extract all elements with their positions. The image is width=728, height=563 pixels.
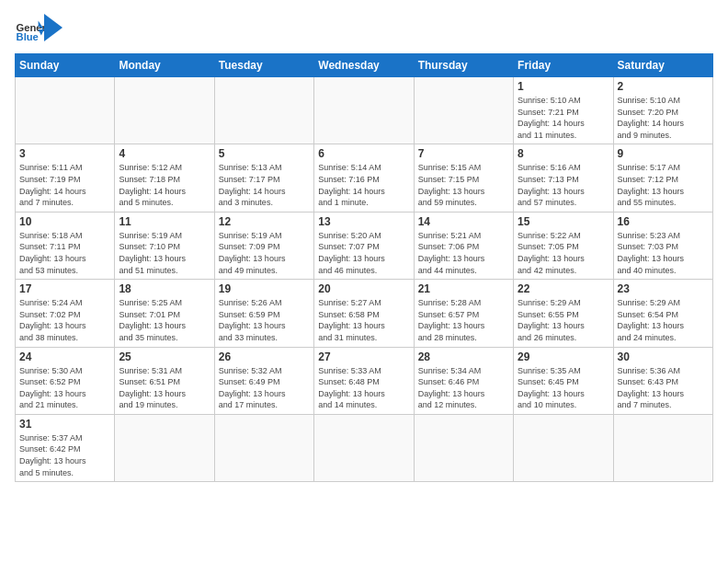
logo-icon: General Blue	[15, 15, 44, 44]
calendar-cell	[314, 414, 414, 481]
day-number: 16	[618, 215, 709, 228]
day-info: Sunrise: 5:28 AM Sunset: 6:57 PM Dayligh…	[418, 297, 509, 343]
calendar-cell: 11Sunrise: 5:19 AM Sunset: 7:10 PM Dayli…	[115, 212, 214, 279]
day-number: 5	[219, 147, 310, 160]
day-number: 1	[518, 80, 609, 93]
day-info: Sunrise: 5:20 AM Sunset: 7:07 PM Dayligh…	[318, 230, 409, 276]
calendar-cell	[115, 77, 214, 144]
day-info: Sunrise: 5:25 AM Sunset: 7:01 PM Dayligh…	[119, 297, 210, 343]
calendar-cell	[214, 414, 313, 481]
calendar-cell: 20Sunrise: 5:27 AM Sunset: 6:58 PM Dayli…	[314, 280, 414, 347]
weekday-header-tuesday: Tuesday	[214, 54, 313, 77]
calendar-cell: 23Sunrise: 5:29 AM Sunset: 6:54 PM Dayli…	[613, 280, 712, 347]
weekday-header-friday: Friday	[514, 54, 613, 77]
calendar-cell: 27Sunrise: 5:33 AM Sunset: 6:48 PM Dayli…	[314, 347, 414, 414]
day-info: Sunrise: 5:12 AM Sunset: 7:18 PM Dayligh…	[119, 162, 210, 208]
day-info: Sunrise: 5:13 AM Sunset: 7:17 PM Dayligh…	[219, 162, 310, 208]
calendar-cell	[16, 77, 115, 144]
day-number: 17	[19, 282, 110, 295]
day-info: Sunrise: 5:33 AM Sunset: 6:48 PM Dayligh…	[318, 365, 409, 411]
calendar-body: 1Sunrise: 5:10 AM Sunset: 7:21 PM Daylig…	[16, 77, 713, 482]
calendar-cell: 25Sunrise: 5:31 AM Sunset: 6:51 PM Dayli…	[115, 347, 214, 414]
day-number: 3	[19, 147, 110, 160]
day-info: Sunrise: 5:23 AM Sunset: 7:03 PM Dayligh…	[618, 230, 709, 276]
day-info: Sunrise: 5:34 AM Sunset: 6:46 PM Dayligh…	[418, 365, 509, 411]
calendar-cell	[414, 77, 513, 144]
calendar-cell: 7Sunrise: 5:15 AM Sunset: 7:15 PM Daylig…	[414, 144, 513, 212]
calendar-cell: 18Sunrise: 5:25 AM Sunset: 7:01 PM Dayli…	[115, 280, 214, 347]
day-number: 14	[418, 215, 509, 228]
day-number: 12	[219, 215, 310, 228]
calendar-cell: 29Sunrise: 5:35 AM Sunset: 6:45 PM Dayli…	[514, 347, 613, 414]
weekday-header-sunday: Sunday	[16, 54, 115, 77]
day-info: Sunrise: 5:21 AM Sunset: 7:06 PM Dayligh…	[418, 230, 509, 276]
day-info: Sunrise: 5:36 AM Sunset: 6:43 PM Dayligh…	[618, 365, 709, 411]
day-number: 27	[318, 350, 409, 363]
calendar-cell: 31Sunrise: 5:37 AM Sunset: 6:42 PM Dayli…	[16, 414, 115, 481]
calendar-cell: 5Sunrise: 5:13 AM Sunset: 7:17 PM Daylig…	[214, 144, 313, 212]
weekday-header-saturday: Saturday	[613, 54, 712, 77]
day-info: Sunrise: 5:10 AM Sunset: 7:20 PM Dayligh…	[618, 95, 709, 141]
calendar-cell: 14Sunrise: 5:21 AM Sunset: 7:06 PM Dayli…	[414, 212, 513, 279]
day-info: Sunrise: 5:31 AM Sunset: 6:51 PM Dayligh…	[119, 365, 210, 411]
day-number: 23	[618, 282, 709, 295]
logo-arrow-icon	[44, 14, 63, 41]
day-number: 19	[219, 282, 310, 295]
calendar-cell: 22Sunrise: 5:29 AM Sunset: 6:55 PM Dayli…	[514, 280, 613, 347]
day-info: Sunrise: 5:18 AM Sunset: 7:11 PM Dayligh…	[19, 230, 110, 276]
day-info: Sunrise: 5:17 AM Sunset: 7:12 PM Dayligh…	[618, 162, 709, 208]
day-number: 29	[518, 350, 609, 363]
day-info: Sunrise: 5:27 AM Sunset: 6:58 PM Dayligh…	[318, 297, 409, 343]
calendar-cell: 2Sunrise: 5:10 AM Sunset: 7:20 PM Daylig…	[613, 77, 712, 144]
day-info: Sunrise: 5:37 AM Sunset: 6:42 PM Dayligh…	[19, 432, 110, 478]
calendar-cell: 30Sunrise: 5:36 AM Sunset: 6:43 PM Dayli…	[613, 347, 712, 414]
day-number: 31	[19, 418, 110, 431]
logo: General Blue	[15, 15, 63, 44]
day-info: Sunrise: 5:15 AM Sunset: 7:15 PM Dayligh…	[418, 162, 509, 208]
day-number: 7	[418, 147, 509, 160]
weekday-header-thursday: Thursday	[414, 54, 513, 77]
day-number: 2	[618, 80, 709, 93]
day-info: Sunrise: 5:11 AM Sunset: 7:19 PM Dayligh…	[19, 162, 110, 208]
weekday-header-wednesday: Wednesday	[314, 54, 414, 77]
calendar-cell: 13Sunrise: 5:20 AM Sunset: 7:07 PM Dayli…	[314, 212, 414, 279]
day-number: 30	[618, 350, 709, 363]
calendar-cell	[314, 77, 414, 144]
calendar-header: SundayMondayTuesdayWednesdayThursdayFrid…	[16, 54, 713, 77]
day-number: 22	[518, 282, 609, 295]
calendar-cell: 21Sunrise: 5:28 AM Sunset: 6:57 PM Dayli…	[414, 280, 513, 347]
calendar-cell: 1Sunrise: 5:10 AM Sunset: 7:21 PM Daylig…	[514, 77, 613, 144]
day-number: 11	[119, 215, 210, 228]
calendar-cell: 8Sunrise: 5:16 AM Sunset: 7:13 PM Daylig…	[514, 144, 613, 212]
day-info: Sunrise: 5:35 AM Sunset: 6:45 PM Dayligh…	[518, 365, 609, 411]
calendar-cell: 6Sunrise: 5:14 AM Sunset: 7:16 PM Daylig…	[314, 144, 414, 212]
day-number: 6	[318, 147, 409, 160]
day-info: Sunrise: 5:29 AM Sunset: 6:54 PM Dayligh…	[618, 297, 709, 343]
day-info: Sunrise: 5:19 AM Sunset: 7:10 PM Dayligh…	[119, 230, 210, 276]
weekday-header-monday: Monday	[115, 54, 214, 77]
day-info: Sunrise: 5:14 AM Sunset: 7:16 PM Dayligh…	[318, 162, 409, 208]
day-info: Sunrise: 5:32 AM Sunset: 6:49 PM Dayligh…	[219, 365, 310, 411]
day-number: 8	[518, 147, 609, 160]
calendar-cell: 19Sunrise: 5:26 AM Sunset: 6:59 PM Dayli…	[214, 280, 313, 347]
day-number: 28	[418, 350, 509, 363]
calendar-cell: 16Sunrise: 5:23 AM Sunset: 7:03 PM Dayli…	[613, 212, 712, 279]
svg-marker-4	[44, 14, 63, 41]
calendar-cell: 12Sunrise: 5:19 AM Sunset: 7:09 PM Dayli…	[214, 212, 313, 279]
day-number: 25	[119, 350, 210, 363]
day-info: Sunrise: 5:22 AM Sunset: 7:05 PM Dayligh…	[518, 230, 609, 276]
day-info: Sunrise: 5:29 AM Sunset: 6:55 PM Dayligh…	[518, 297, 609, 343]
day-info: Sunrise: 5:26 AM Sunset: 6:59 PM Dayligh…	[219, 297, 310, 343]
day-number: 13	[318, 215, 409, 228]
day-number: 4	[119, 147, 210, 160]
day-number: 26	[219, 350, 310, 363]
calendar-cell: 28Sunrise: 5:34 AM Sunset: 6:46 PM Dayli…	[414, 347, 513, 414]
day-number: 20	[318, 282, 409, 295]
header: General Blue	[15, 15, 713, 44]
calendar-cell: 17Sunrise: 5:24 AM Sunset: 7:02 PM Dayli…	[16, 280, 115, 347]
calendar-cell: 9Sunrise: 5:17 AM Sunset: 7:12 PM Daylig…	[613, 144, 712, 212]
day-info: Sunrise: 5:16 AM Sunset: 7:13 PM Dayligh…	[518, 162, 609, 208]
day-info: Sunrise: 5:10 AM Sunset: 7:21 PM Dayligh…	[518, 95, 609, 141]
day-number: 21	[418, 282, 509, 295]
calendar-cell	[214, 77, 313, 144]
